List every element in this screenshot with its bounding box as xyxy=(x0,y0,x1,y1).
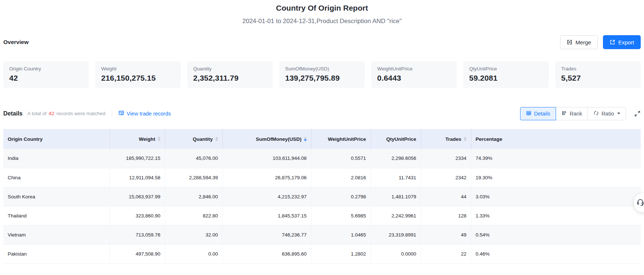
stat-card: QtyUnitPrice 59.2081 xyxy=(463,61,549,88)
sort-control[interactable] xyxy=(464,137,467,141)
fullscreen-button[interactable] xyxy=(634,110,641,117)
origin-country-cell: India xyxy=(3,149,110,168)
sum-of-money-cell: 636,895.60 xyxy=(222,244,311,263)
trades-cell: 22 xyxy=(421,244,471,263)
col-header-origin-country: Origin Country xyxy=(3,129,110,149)
stat-card: Origin Country 42 xyxy=(3,61,89,88)
origin-country-cell: Pakistan xyxy=(3,244,110,263)
quantity-cell: 2,288,594.39 xyxy=(165,168,222,187)
qty-unit-price-cell: 11.7431 xyxy=(371,168,421,187)
sort-control[interactable] xyxy=(215,137,218,141)
summary-count: 42 xyxy=(49,111,54,116)
sum-of-money-cell: 1,845,537.15 xyxy=(222,206,311,225)
tab-rank[interactable]: Rank xyxy=(556,107,588,120)
stat-card-value: 216,150,275.15 xyxy=(101,74,175,82)
trades-cell: 2334 xyxy=(421,149,471,168)
sort-asc-icon xyxy=(215,137,218,139)
col-header-sum-of-money[interactable]: SumOfMoney(USD) xyxy=(222,129,311,149)
merge-button-label: Merge xyxy=(575,40,591,45)
stat-card: Weight 216,150,275.15 xyxy=(95,61,181,88)
quantity-cell: 2,846.00 xyxy=(165,187,222,206)
match-summary: A total of 42 records were matched xyxy=(27,111,105,116)
toolbar-divider xyxy=(112,111,112,116)
stat-card-label: QtyUnitPrice xyxy=(469,66,543,72)
percentage-cell: 1.33% xyxy=(471,206,641,225)
table-row: Pakistan 497,508.90 0.00 636,895.60 1.28… xyxy=(3,244,641,263)
sort-control[interactable] xyxy=(158,137,161,141)
percentage-cell: 74.39% xyxy=(471,149,641,168)
tab-details[interactable]: Details xyxy=(520,107,556,120)
table-header: Origin Country Weight Quantity SumOfMone… xyxy=(3,129,641,149)
sum-of-money-cell: 4,215,232.97 xyxy=(222,187,311,206)
table-body: India 185,990,722.15 45,076.00 103,611,9… xyxy=(3,149,641,263)
origin-country-cell: China xyxy=(3,168,110,187)
tab-ratio[interactable]: Ratio xyxy=(588,107,626,120)
quantity-cell: 32.00 xyxy=(165,225,222,244)
col-header-weight-unit-price: WeightUnitPrice xyxy=(311,129,371,149)
stat-card-value: 0.6443 xyxy=(377,74,451,82)
origin-country-cell: South Korea xyxy=(3,187,110,206)
qty-unit-price-cell: 2,242.9961 xyxy=(371,206,421,225)
percentage-cell: 0.54% xyxy=(471,225,641,244)
origin-country-cell: Thailand xyxy=(3,206,110,225)
col-header-quantity[interactable]: Quantity xyxy=(165,129,222,149)
percentage-cell: 19.30% xyxy=(471,168,641,187)
merge-button[interactable]: Merge xyxy=(560,35,598,49)
stat-card-value: 2,352,311.79 xyxy=(193,74,267,82)
details-toolbar: Details A total of 42 records were match… xyxy=(3,107,641,120)
stat-card-label: WeightUnitPrice xyxy=(377,66,451,72)
col-header-trades[interactable]: Trades xyxy=(421,129,471,149)
weight-unit-price-cell: 1.0465 xyxy=(311,225,371,244)
weight-cell: 12,911,094.58 xyxy=(110,168,165,187)
sum-of-money-cell: 26,875,179.06 xyxy=(222,168,311,187)
stat-card: SumOfMoney(USD) 139,275,795.89 xyxy=(279,61,365,88)
quantity-cell: 0.00 xyxy=(165,244,222,263)
table-grid-icon xyxy=(526,110,531,117)
qty-unit-price-cell: 0.0000 xyxy=(371,244,421,263)
weight-cell: 185,990,722.15 xyxy=(110,149,165,168)
table-row: China 12,911,094.58 2,288,594.39 26,875,… xyxy=(3,168,641,187)
weight-unit-price-cell: 2.0816 xyxy=(311,168,371,187)
percentage-cell: 0.46% xyxy=(471,244,641,263)
stat-card-label: Origin Country xyxy=(9,66,83,72)
stat-card: Trades 5,527 xyxy=(555,61,641,88)
overview-bar: Overview Merge Expor xyxy=(3,35,641,49)
view-trade-records-label: View trade records xyxy=(127,111,171,117)
col-header-qty-unit-price: QtyUnitPrice xyxy=(371,129,421,149)
col-header-percentage: Percentage xyxy=(471,129,641,149)
overview-actions: Merge Export xyxy=(560,35,641,49)
tab-rank-label: Rank xyxy=(570,111,582,117)
stat-card-value: 139,275,795.89 xyxy=(285,74,359,82)
qty-unit-price-cell: 1,481.1079 xyxy=(371,187,421,206)
ratio-circle-icon xyxy=(593,110,599,117)
stat-card: WeightUnitPrice 0.6443 xyxy=(371,61,457,88)
weight-unit-price-cell: 0.2798 xyxy=(311,187,371,206)
trades-cell: 128 xyxy=(421,206,471,225)
sort-desc-icon xyxy=(158,139,161,141)
qty-unit-price-cell: 2,298.6056 xyxy=(371,149,421,168)
summary-prefix: A total of xyxy=(27,111,47,116)
export-button-label: Export xyxy=(618,40,634,45)
summary-suffix: records were matched xyxy=(56,111,106,116)
weight-cell: 15,063,937.99 xyxy=(110,187,165,206)
quantity-cell: 822.80 xyxy=(165,206,222,225)
headset-icon xyxy=(636,198,644,208)
stat-card: Quantity 2,352,311.79 xyxy=(187,61,273,88)
stat-card-label: SumOfMoney(USD) xyxy=(285,66,359,72)
table-row: South Korea 15,063,937.99 2,846.00 4,215… xyxy=(3,187,641,206)
details-table: Origin Country Weight Quantity SumOfMone… xyxy=(3,129,641,264)
col-header-weight[interactable]: Weight xyxy=(110,129,165,149)
merge-icon xyxy=(567,39,573,45)
view-trade-records-link[interactable]: View trade records xyxy=(118,110,171,117)
sort-desc-icon xyxy=(215,139,218,141)
overview-heading: Overview xyxy=(3,39,29,45)
sort-control[interactable] xyxy=(304,137,307,141)
sort-asc-icon xyxy=(464,137,467,139)
export-icon xyxy=(610,39,615,45)
rank-bars-icon xyxy=(562,110,567,117)
trades-cell: 2342 xyxy=(421,168,471,187)
export-button[interactable]: Export xyxy=(603,35,641,49)
sort-desc-icon-active xyxy=(304,139,307,141)
origin-country-cell: Vietnam xyxy=(3,225,110,244)
details-heading: Details xyxy=(3,110,22,117)
